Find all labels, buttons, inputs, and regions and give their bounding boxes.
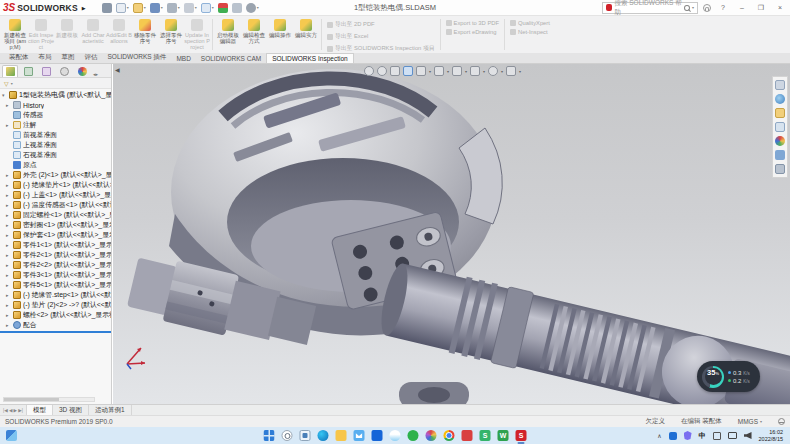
- tree-item-component[interactable]: ▸零件2<2> (默认<<默认>_显示状态: [0, 260, 111, 270]
- tab-dimxpertmanager[interactable]: [56, 65, 72, 77]
- tree-item-sensor[interactable]: ▸传感器: [0, 110, 111, 120]
- start-button-icon[interactable]: [264, 430, 275, 441]
- select-balloon-sequence-button[interactable]: 选择零件序号: [158, 17, 184, 52]
- panel-horizontal-scrollbar[interactable]: [3, 397, 95, 402]
- tree-item-component[interactable]: ▸保护套<1> (默认<<默认>_显示状态: [0, 230, 111, 240]
- section-view-icon[interactable]: [403, 66, 413, 76]
- tab-displaymanager[interactable]: [74, 65, 90, 77]
- zoom-area-icon[interactable]: [377, 66, 387, 76]
- options-button[interactable]: ▾: [246, 3, 259, 13]
- tab-3d-views[interactable]: 3D 视图: [53, 405, 89, 415]
- view-palette-icon[interactable]: [775, 122, 785, 132]
- launch-template-editor-button[interactable]: 启动模板编辑器: [215, 17, 241, 52]
- tree-item-component[interactable]: ▸零件1<1> (默认<<默认>_显示状态: [0, 240, 111, 250]
- file-explorer-icon[interactable]: [775, 108, 785, 118]
- file-explorer-taskbar-icon[interactable]: [336, 430, 347, 441]
- edit-operation-button[interactable]: 编辑操作: [267, 17, 293, 52]
- tab-motion-study[interactable]: 运动算例1: [89, 405, 132, 415]
- tab-mbd[interactable]: MBD: [171, 54, 195, 63]
- notes-app-icon[interactable]: S: [480, 430, 491, 441]
- expand-arrow-icon[interactable]: ▸: [6, 172, 11, 178]
- edge-browser-icon[interactable]: [318, 430, 329, 441]
- custom-properties-icon[interactable]: [775, 150, 785, 160]
- tree-item-component[interactable]: ▸(-) 上盖<1> (默认<<默认>_显示状态: [0, 190, 111, 200]
- view-orientation-icon[interactable]: [434, 66, 444, 76]
- expand-arrow-icon[interactable]: ▸: [6, 252, 11, 258]
- tab-assembly[interactable]: 装配体: [4, 52, 34, 63]
- mail-icon[interactable]: [354, 430, 365, 441]
- tree-item-front-plane[interactable]: ▸前视基准面: [0, 130, 111, 140]
- expand-arrow-icon[interactable]: ▸: [6, 232, 11, 238]
- expand-arrow-icon[interactable]: ▸: [6, 312, 11, 318]
- tab-addins[interactable]: SOLIDWORKS 插件: [103, 52, 172, 63]
- save-button[interactable]: ▾: [150, 3, 163, 13]
- microsoft-store-icon[interactable]: [372, 430, 383, 441]
- tree-item-component[interactable]: ▸密封圈<1> (默认<<默认>_显示状态: [0, 220, 111, 230]
- panel-collapse-arrow-icon[interactable]: ◀: [115, 66, 120, 73]
- network-display-icon[interactable]: [728, 432, 737, 439]
- performance-monitor-widget[interactable]: 35% 0.3K/s 0.2K/s: [697, 361, 760, 392]
- task-view-icon[interactable]: [300, 430, 311, 441]
- tree-item-component[interactable]: ▸螺栓<2> (默认<<默认>_显示状态: [0, 310, 111, 320]
- tab-model[interactable]: 模型: [26, 405, 53, 415]
- edit-inspection-method-button[interactable]: 编辑检查方式: [241, 17, 267, 52]
- tree-item-component[interactable]: ▸外壳 (2)<1> (默认<<默认>_显示状态: [0, 170, 111, 180]
- close-button[interactable]: ×: [773, 4, 787, 11]
- expand-arrow-icon[interactable]: ▸: [6, 292, 11, 298]
- widgets-icon[interactable]: [6, 430, 17, 441]
- expand-arrow-icon[interactable]: ▸: [6, 262, 11, 268]
- expand-arrow-icon[interactable]: ▸: [6, 182, 11, 188]
- home-button[interactable]: [102, 3, 112, 13]
- tree-item-mates[interactable]: ▸配合: [0, 320, 111, 330]
- tree-item-component[interactable]: ▸(-) 温度传感器<1> (默认<<默认>_显: [0, 200, 111, 210]
- appearances-scenes-icon[interactable]: [775, 136, 785, 146]
- expand-arrow-icon[interactable]: ▸: [6, 192, 11, 198]
- expand-arrow-icon[interactable]: ▸: [6, 222, 11, 228]
- view-settings-icon[interactable]: [506, 66, 516, 76]
- tree-item-component[interactable]: ▸零件3<1> (默认<<默认>_显示状态: [0, 270, 111, 280]
- tree-item-component[interactable]: ▸零件2<1> (默认<<默认>_显示状态: [0, 250, 111, 260]
- chrome-icon[interactable]: [444, 430, 455, 441]
- tab-propertymanager[interactable]: [20, 65, 36, 77]
- tab-inspection[interactable]: SOLIDWORKS Inspection: [266, 53, 354, 63]
- help-search-input[interactable]: 搜索 SOLIDWORKS 帮助 ▾: [602, 2, 698, 14]
- expand-arrow-icon[interactable]: ▸: [6, 322, 11, 328]
- restore-button[interactable]: ❐: [754, 4, 768, 12]
- units-dropdown[interactable]: MMGS▾: [738, 418, 762, 425]
- security-shield-icon[interactable]: [684, 431, 692, 440]
- file-properties-button[interactable]: [232, 3, 242, 13]
- tray-overflow-chevron-icon[interactable]: ∧: [657, 432, 661, 439]
- expand-arrow-icon[interactable]: ▸: [6, 302, 11, 308]
- tab-evaluate[interactable]: 评估: [80, 52, 103, 63]
- wps-icon[interactable]: W: [498, 430, 509, 441]
- tree-item-component[interactable]: ▸固定螺栓<1> (默认<<默认>_显示状: [0, 210, 111, 220]
- tree-item-component[interactable]: ▸(-) 绝缘管.step<1> (默认<<默认>_: [0, 290, 111, 300]
- tree-item-annotations[interactable]: ▸注解: [0, 120, 111, 130]
- tab-overflow-arrows[interactable]: ◂▸: [93, 71, 98, 77]
- design-library-icon[interactable]: [775, 94, 785, 104]
- undo-button[interactable]: ▾: [184, 3, 197, 13]
- previous-view-icon[interactable]: [390, 66, 400, 76]
- tree-item-history[interactable]: ▸History: [0, 100, 111, 110]
- tab-cam[interactable]: SOLIDWORKS CAM: [196, 54, 266, 63]
- taskbar-search-icon[interactable]: [282, 430, 293, 441]
- open-button[interactable]: ▾: [133, 3, 146, 13]
- remove-balloon-sequence-button[interactable]: 移除零件序号: [132, 17, 158, 52]
- color-app-icon[interactable]: [426, 430, 437, 441]
- select-button[interactable]: ▾: [201, 3, 214, 13]
- graphics-viewport[interactable]: ◀ ▾ ▾ ▾ ▾ ▾ ▾: [113, 64, 790, 404]
- clock[interactable]: 16:02 2022/8/15: [759, 429, 783, 442]
- expand-arrow-icon[interactable]: ▸: [6, 102, 11, 108]
- new-document-button[interactable]: ▾: [116, 3, 129, 13]
- solidworks-resources-icon[interactable]: [775, 80, 785, 90]
- tab-layout[interactable]: 布局: [34, 52, 57, 63]
- tree-root-item[interactable]: ▾ 1型铠装热电偶 (默认<默认_显示状态-1: [0, 89, 111, 100]
- expand-arrow-icon[interactable]: ▸: [6, 282, 11, 288]
- edit-appearance-icon[interactable]: [488, 66, 498, 76]
- tree-item-component[interactable]: ▸(-) 绝缘垫片<1> (默认<<默认>_显示: [0, 180, 111, 190]
- web-help-icon[interactable]: [778, 418, 785, 425]
- expand-arrow-icon[interactable]: ▸: [6, 212, 11, 218]
- menu-expand-arrow-icon[interactable]: ▶: [82, 5, 86, 11]
- tree-item-component[interactable]: ▸零件5<1> (默认<<默认>_显示状态: [0, 280, 111, 290]
- weather-icon[interactable]: [390, 430, 401, 441]
